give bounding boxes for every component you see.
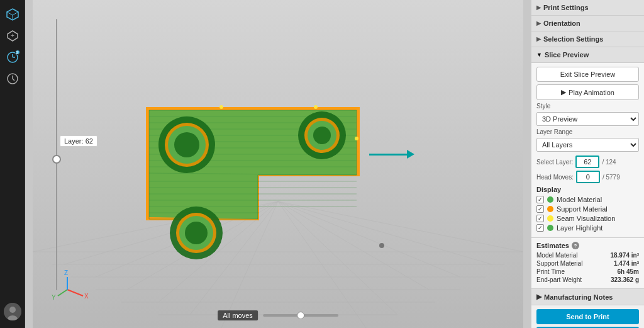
seam-viz-checkbox[interactable]: ✓ — [536, 215, 544, 222]
model-material-est-value: 18.974 in³ — [610, 252, 639, 259]
manufacturing-notes-arrow: ▶ — [536, 293, 541, 301]
layer-slider-vertical[interactable] — [52, 19, 62, 290]
selection-settings-label: Selection Settings — [543, 35, 603, 43]
selection-settings-header[interactable]: ▶ Selection Settings — [531, 31, 644, 47]
slice-preview-header[interactable]: ▼ Slice Preview — [531, 47, 644, 63]
head-moves-input[interactable] — [576, 171, 600, 183]
end-part-weight-row: End-part Weight 323.362 g — [536, 276, 639, 283]
bottom-buttons: Send to Print Export — [531, 305, 644, 328]
svg-point-63 — [313, 127, 331, 144]
select-layer-max: / 124 — [602, 159, 616, 166]
svg-point-13 — [9, 307, 16, 313]
model-material-color — [547, 196, 553, 203]
support-material-est-label: Support Material — [536, 260, 582, 267]
play-animation-label: Play Animation — [569, 89, 614, 96]
estimates-title-text: Estimates — [536, 242, 569, 249]
estimates-section: Estimates ? Model Material 18.974 in³ Su… — [531, 238, 644, 289]
cube-icon[interactable] — [3, 5, 22, 24]
estimates-info-icon[interactable]: ? — [572, 242, 579, 249]
layer-range-select[interactable]: All Layers — [536, 138, 639, 152]
play-icon: ▶ — [561, 88, 566, 96]
model-material-est-label: Model Material — [536, 252, 578, 259]
end-part-weight-value: 323.362 g — [611, 276, 639, 283]
select-layer-row: Select Layer: / 124 — [536, 156, 639, 168]
svg-text:Z: Z — [64, 269, 68, 276]
head-moves-row: Head Moves: / 5779 — [536, 171, 639, 183]
clock-icon[interactable]: 2 — [3, 48, 22, 67]
svg-point-69 — [314, 105, 318, 109]
slice-preview-label: Slice Preview — [545, 51, 589, 59]
right-panel: ▶ Print Settings ▶ Orientation ▶ Selecti… — [531, 0, 644, 328]
head-moves-label: Head Moves: — [536, 174, 574, 181]
manufacturing-notes-label: Manufacturing Notes — [544, 293, 613, 301]
manufacturing-notes-header[interactable]: ▶ Manufacturing Notes — [531, 289, 644, 305]
print-time-label: Print Time — [536, 268, 565, 275]
viewport: X Y Z Layer: 62 All moves — [25, 0, 531, 328]
layer-highlight-checkbox[interactable]: ✓ — [536, 224, 544, 232]
end-part-weight-label: End-part Weight — [536, 276, 582, 283]
layer-range-section: Layer Range All Layers — [536, 128, 639, 152]
all-moves-label: All moves — [218, 310, 258, 320]
print-settings-label: Print Settings — [543, 4, 589, 11]
play-animation-button[interactable]: ▶ Play Animation — [536, 84, 639, 100]
svg-line-1 — [7, 12, 13, 15]
select-layer-input[interactable] — [575, 156, 599, 168]
orientation-arrow: ▶ — [536, 20, 541, 26]
layer-highlight-label: Layer Highlight — [557, 224, 602, 232]
layer-highlight-color — [547, 225, 553, 231]
seam-viz-color — [547, 215, 553, 222]
avatar[interactable] — [4, 303, 21, 320]
print-settings-arrow: ▶ — [536, 4, 541, 11]
orientation-header[interactable]: ▶ Orientation — [531, 16, 644, 31]
display-seam-visualization: ✓ Seam Visualization — [536, 215, 639, 222]
display-model-material: ✓ Model Material — [536, 196, 639, 203]
support-material-est-value: 1.474 in³ — [614, 260, 639, 267]
svg-point-68 — [219, 105, 223, 109]
svg-point-70 — [355, 137, 358, 140]
support-material-color — [547, 206, 553, 212]
svg-point-67 — [185, 222, 208, 244]
left-toolbar: + 2 — [0, 0, 25, 328]
head-moves-max: / 5779 — [602, 174, 620, 181]
select-layer-label: Select Layer: — [536, 159, 573, 166]
orientation-label: Orientation — [543, 20, 580, 27]
style-select[interactable]: 3D Preview — [536, 112, 639, 126]
support-material-label: Support Material — [557, 205, 608, 213]
svg-line-2 — [13, 12, 18, 15]
print-time-row: Print Time 6h 45m — [536, 268, 639, 275]
svg-text:+: + — [11, 32, 14, 39]
print-settings-header[interactable]: ▶ Print Settings — [531, 0, 644, 16]
display-section: Display ✓ Model Material ✓ Support Mater… — [536, 186, 639, 232]
support-material-checkbox[interactable]: ✓ — [536, 205, 544, 213]
svg-point-71 — [379, 243, 384, 248]
bottom-controls: All moves — [218, 310, 338, 320]
playback-slider[interactable] — [263, 314, 338, 317]
model-material-label: Model Material — [557, 196, 602, 203]
add-model-icon[interactable]: + — [3, 26, 22, 45]
exit-slice-preview-button[interactable]: Exit Slice Preview — [536, 67, 639, 82]
svg-line-11 — [13, 79, 14, 81]
print-time-value: 6h 45m — [618, 268, 639, 275]
history-icon[interactable] — [3, 69, 22, 88]
slice-preview-body: Exit Slice Preview ▶ Play Animation Styl… — [531, 63, 644, 238]
support-material-est-row: Support Material 1.474 in³ — [536, 260, 639, 267]
model-material-est-row: Model Material 18.974 in³ — [536, 252, 639, 259]
layer-label: Layer: 62 — [60, 135, 97, 147]
display-layer-highlight: ✓ Layer Highlight — [536, 224, 639, 232]
svg-point-59 — [174, 132, 199, 157]
display-title: Display — [536, 186, 639, 193]
svg-text:X: X — [84, 293, 89, 300]
svg-text:Y: Y — [52, 294, 56, 301]
seam-viz-label: Seam Visualization — [557, 215, 615, 222]
selection-settings-arrow: ▶ — [536, 36, 541, 42]
layer-range-label: Layer Range — [536, 128, 639, 135]
send-to-print-button[interactable]: Send to Print — [536, 309, 639, 324]
layer-label-text: Layer: 62 — [64, 137, 93, 145]
style-label: Style — [536, 103, 639, 110]
display-support-material: ✓ Support Material — [536, 205, 639, 213]
teal-arrow — [369, 150, 414, 159]
model-material-checkbox[interactable]: ✓ — [536, 196, 544, 203]
slice-preview-arrow: ▼ — [536, 52, 542, 58]
style-section: Style 3D Preview — [536, 103, 639, 126]
